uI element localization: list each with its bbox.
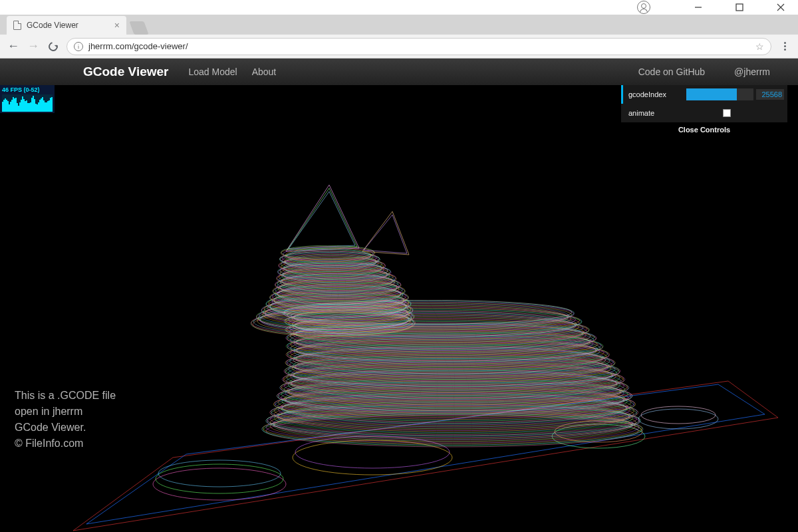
gcode-viewport[interactable] <box>0 85 798 532</box>
fps-graph <box>2 94 53 112</box>
maximize-button[interactable] <box>726 0 753 15</box>
controls-panel: gcodeIndex 25568 animate Close Controls <box>621 85 787 137</box>
gcode-index-slider[interactable] <box>686 88 753 100</box>
browser-tab[interactable]: GCode Viewer × <box>7 16 126 35</box>
caption-line: GCode Viewer. <box>15 420 116 436</box>
gcode-index-control[interactable]: gcodeIndex 25568 <box>621 85 787 104</box>
github-link[interactable]: Code on GitHub <box>638 66 705 77</box>
app-toolbar: GCode Viewer Load Model About Code on Gi… <box>0 59 798 85</box>
caption-overlay: This is a .GCODE file open in jherrm GCo… <box>15 388 116 452</box>
animate-label: animate <box>626 109 686 117</box>
new-tab-button[interactable] <box>129 21 148 35</box>
svg-marker-226 <box>287 188 357 250</box>
close-icon[interactable]: × <box>114 21 120 30</box>
caption-line: This is a .GCODE file <box>15 388 116 404</box>
address-bar: ← → i jherrm.com/gcode-viewer/ ☆ <box>0 35 798 59</box>
window-titlebar <box>0 0 798 15</box>
svg-point-13 <box>638 409 718 429</box>
caption-line: open in jherrm <box>15 404 116 420</box>
app-title: GCode Viewer <box>83 65 168 79</box>
gcode-index-label: gcodeIndex <box>626 90 686 98</box>
svg-marker-227 <box>289 192 355 249</box>
gcode-index-value[interactable]: 25568 <box>756 89 784 100</box>
twitter-link[interactable]: @jherrm <box>734 66 770 77</box>
about-link[interactable]: About <box>252 66 277 77</box>
close-button[interactable] <box>767 0 794 15</box>
animate-checkbox[interactable] <box>723 109 731 117</box>
svg-point-11 <box>552 424 645 448</box>
caption-line: © FileInfo.com <box>15 436 116 452</box>
tab-title: GCode Viewer <box>27 21 78 30</box>
app-viewport-container: GCode Viewer Load Model About Code on Gi… <box>0 59 798 532</box>
animate-control[interactable]: animate <box>621 104 787 122</box>
forward-button[interactable]: → <box>27 40 40 53</box>
browser-menu-icon[interactable] <box>778 42 791 51</box>
fps-meter: 46 FPS (0-52) <box>0 85 55 113</box>
close-controls-button[interactable]: Close Controls <box>621 122 787 137</box>
load-model-link[interactable]: Load Model <box>188 66 237 77</box>
tab-strip: GCode Viewer × <box>0 15 798 35</box>
url-text: jherrm.com/gcode-viewer/ <box>88 41 188 51</box>
fps-label: 46 FPS (0-52) <box>2 86 53 93</box>
url-input[interactable]: i jherrm.com/gcode-viewer/ ☆ <box>66 38 771 55</box>
minimize-button[interactable] <box>685 0 712 15</box>
svg-marker-225 <box>286 185 359 251</box>
bookmark-icon[interactable]: ☆ <box>755 41 764 52</box>
svg-rect-1 <box>736 4 743 11</box>
svg-marker-228 <box>362 211 409 255</box>
back-button[interactable]: ← <box>7 40 20 53</box>
svg-point-6 <box>153 468 286 500</box>
info-icon[interactable]: i <box>74 42 83 51</box>
file-icon <box>13 21 21 30</box>
reload-button[interactable] <box>47 40 60 53</box>
profile-icon[interactable] <box>637 1 650 14</box>
svg-point-7 <box>156 464 283 493</box>
